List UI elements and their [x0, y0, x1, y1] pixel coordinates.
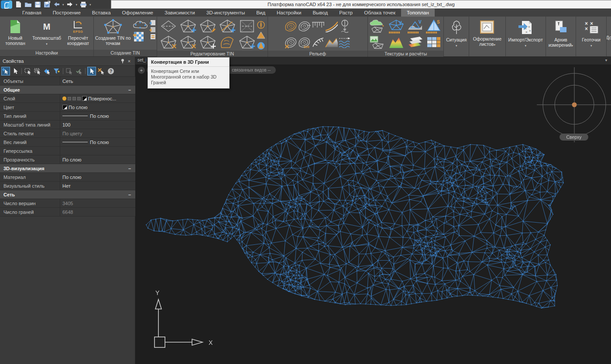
tin-import-icon-2[interactable]: [149, 27, 156, 33]
color-swatch[interactable]: [82, 96, 87, 101]
tin-from-cloud-icon[interactable]: [132, 20, 148, 30]
relief-profile-button[interactable]: [325, 35, 338, 50]
texture-from-cloud-button[interactable]: [368, 19, 387, 34]
volumes-surface-button[interactable]: V: [406, 19, 424, 34]
select-crossing-button[interactable]: [33, 67, 42, 76]
tin-from-raster-icon[interactable]: [133, 31, 144, 41]
tin-edit-add-vertex-button[interactable]: [178, 19, 198, 34]
relief-hatching-button[interactable]: [311, 19, 324, 34]
tab-oformlenie[interactable]: Оформление: [117, 9, 159, 17]
tab-postroenie[interactable]: Построение: [47, 9, 86, 17]
property-section-header[interactable]: 3D-визуализация–: [0, 164, 135, 173]
deselect-button[interactable]: [97, 67, 106, 76]
property-value[interactable]: По слою: [60, 155, 135, 164]
property-section-header[interactable]: Сеть–: [0, 190, 135, 199]
selection-filter-button[interactable]: [52, 67, 61, 76]
save-as-icon[interactable]: [44, 1, 51, 8]
open-file-icon[interactable]: [24, 1, 32, 7]
property-value[interactable]: По слою: [60, 112, 135, 120]
undo-icon[interactable]: [53, 2, 60, 7]
collapse-icon[interactable]: –: [128, 166, 135, 171]
relief-slope-arrow-button[interactable]: [325, 19, 338, 34]
add-view-button[interactable]: +: [138, 67, 145, 74]
select-invert-button[interactable]: [43, 67, 51, 76]
compass-center-dot[interactable]: [572, 103, 577, 107]
tin-import-icon-3[interactable]: [149, 34, 156, 40]
tin-edit-edit-face-button[interactable]: [198, 19, 217, 34]
tin-edit-delete-vertex-button[interactable]: [178, 35, 198, 50]
tin-edit-add-breakline-button[interactable]: [218, 19, 237, 34]
tin-section-icon[interactable]: [257, 21, 265, 29]
tab-zavisimosti[interactable]: Зависимости: [159, 9, 201, 17]
view-compass[interactable]: [537, 67, 611, 142]
property-value[interactable]: 100: [60, 120, 135, 129]
redo-dropdown-icon[interactable]: ▾: [76, 3, 78, 6]
collapse-icon[interactable]: –: [128, 192, 135, 197]
tab-nastroyki[interactable]: Настройки: [271, 9, 307, 17]
property-value[interactable]: По цвету: [60, 129, 135, 137]
situation-button[interactable]: Ситуация▾: [444, 17, 469, 56]
property-value[interactable]: Сеть: [60, 77, 135, 85]
redo-icon[interactable]: [67, 2, 73, 7]
select-append-button[interactable]: [1, 67, 10, 76]
drawing-area[interactable]: set_iz_txt_ ▼ + связанных видов -- Конве…: [135, 57, 611, 364]
quick-select-button[interactable]: [65, 67, 74, 76]
tin-edit-boundary-button[interactable]: [237, 19, 257, 34]
clipped-tool-button[interactable]: До: [607, 17, 611, 56]
tab-vyvod[interactable]: Вывод: [307, 9, 333, 17]
measurement-archive-button[interactable]: Архив измерений▾: [546, 17, 577, 56]
close-icon[interactable]: ×: [126, 58, 132, 64]
sheet-layout-button[interactable]: Оформление листов▾: [469, 17, 506, 56]
color-swatch[interactable]: [62, 105, 67, 110]
undo-dropdown-icon[interactable]: ▾: [62, 3, 64, 6]
select-button[interactable]: [11, 67, 20, 76]
tin-edit-delete-face-button[interactable]: [159, 35, 178, 50]
relief-contour-label-button[interactable]: [298, 19, 311, 34]
pin-icon[interactable]: [120, 58, 126, 64]
layer-state-icon[interactable]: [72, 97, 76, 100]
volumes-table-button[interactable]: [425, 35, 443, 50]
tab-vstavka[interactable]: Вставка: [86, 9, 117, 17]
tab-topoplan[interactable]: Топоплан: [401, 9, 435, 17]
apply-select-button[interactable]: [75, 67, 83, 76]
toposcale-button[interactable]: M Топомасштаб▾: [31, 18, 62, 46]
new-topoplan-button[interactable]: Новый топоплан: [0, 18, 31, 46]
print-icon[interactable]: [80, 1, 87, 7]
property-value[interactable]: Нет: [60, 182, 135, 190]
tin-edit-rebuild-button[interactable]: [218, 35, 237, 50]
property-section-header[interactable]: Общие–: [0, 86, 135, 94]
tin-edit-swap-edge-button[interactable]: [159, 19, 178, 34]
tab-rastr[interactable]: Растр: [333, 9, 358, 17]
property-value[interactable]: 3405: [60, 199, 135, 207]
recalc-coordinates-button[interactable]: EPSG Пересчёт координат: [63, 18, 93, 46]
tab-overflow-icon[interactable]: ▼: [604, 58, 608, 62]
relief-contour-100-button[interactable]: 100: [298, 35, 311, 50]
import-export-button[interactable]: ×××× Импорт/Экспорт▾: [506, 17, 546, 56]
collapse-icon[interactable]: –: [128, 87, 135, 93]
area-calc-button[interactable]: S: [425, 19, 443, 34]
create-tin-by-points-button[interactable]: Создание TIN по точкам: [95, 18, 131, 46]
tab-glavnaya[interactable]: Главная: [17, 9, 47, 17]
property-value[interactable]: По слою: [60, 173, 135, 181]
select-window-button[interactable]: [24, 67, 32, 76]
property-value[interactable]: По слою: [60, 103, 135, 111]
relief-slope-ticks-button[interactable]: [311, 35, 324, 50]
tab-oblaka-tochek[interactable]: Облака точек: [358, 9, 401, 17]
tab-3d-instrumenty[interactable]: 3D-инструменты: [201, 9, 251, 17]
heights-colormap-button[interactable]: [387, 35, 405, 50]
volumes-tin-button[interactable]: V: [387, 19, 405, 34]
geopoints-button[interactable]: ××× Геоточки▾: [576, 17, 607, 56]
tin-dome-icon[interactable]: [257, 41, 265, 50]
property-value[interactable]: Поверхнос...: [60, 94, 135, 103]
property-value[interactable]: 6648: [60, 208, 135, 216]
relief-section-button[interactable]: [338, 19, 351, 34]
tab-vid[interactable]: Вид: [251, 9, 271, 17]
relief-contours-delete-button[interactable]: [284, 35, 297, 50]
tin-edit-move-vertex-button[interactable]: [198, 35, 217, 50]
property-value[interactable]: [60, 147, 135, 155]
property-value[interactable]: По слою: [60, 138, 135, 146]
view-orientation-label[interactable]: Сверху: [560, 134, 588, 141]
layer-state-icon[interactable]: [68, 97, 71, 100]
help-button[interactable]: ?: [106, 67, 115, 76]
tin-cone-icon[interactable]: [257, 31, 265, 39]
